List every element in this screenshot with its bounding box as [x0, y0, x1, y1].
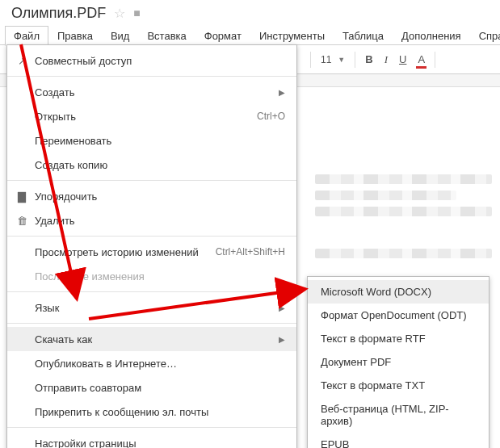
file-dropdown: ↗ Совместный доступ Создать▶ ОткрытьCtrl… — [6, 44, 297, 448]
menu-delete[interactable]: 🗑 Удалить — [7, 208, 296, 232]
italic-button[interactable]: I — [380, 50, 393, 69]
menu-language[interactable]: Язык▶ — [7, 295, 296, 320]
menu-table[interactable]: Таблица — [334, 26, 393, 46]
submenu-epub[interactable]: EPUB — [308, 433, 489, 448]
document-title[interactable]: Олимпия.PDF — [11, 5, 106, 22]
menu-tools[interactable]: Инструменты — [250, 26, 334, 46]
folder-icon: ▇ — [15, 191, 28, 203]
submenu-odt[interactable]: Формат OpenDocument (ODT) — [308, 304, 489, 327]
menu-download-as[interactable]: Скачать как▶ — [7, 327, 296, 351]
submenu-rtf[interactable]: Текст в формате RTF — [308, 327, 489, 350]
menu-email-attachment[interactable]: Прикрепить к сообщению эл. почты — [7, 400, 296, 424]
star-icon[interactable]: ☆ — [114, 6, 125, 21]
menu-publish[interactable]: Опубликовать в Интернете… — [7, 351, 296, 375]
menu-revision-history[interactable]: Просмотреть историю измененийCtrl+Alt+Sh… — [7, 240, 296, 264]
menu-format[interactable]: Формат — [195, 26, 250, 46]
menu-edit[interactable]: Правка — [48, 26, 102, 46]
menubar: Файл Правка Вид Вставка Формат Инструмен… — [0, 23, 500, 45]
menu-insert[interactable]: Вставка — [138, 26, 195, 46]
menu-file[interactable]: Файл — [5, 26, 48, 46]
submenu-txt[interactable]: Текст в формате TXT — [308, 374, 489, 397]
bold-button[interactable]: B — [360, 50, 377, 69]
menu-help[interactable]: Справка — [470, 26, 500, 46]
menu-open[interactable]: ОткрытьCtrl+O — [7, 104, 296, 128]
chevron-right-icon: ▶ — [279, 88, 285, 97]
trash-icon: 🗑 — [15, 215, 28, 227]
menu-make-copy[interactable]: Создать копию — [7, 153, 296, 177]
underline-button[interactable]: U — [394, 50, 411, 69]
submenu-docx[interactable]: Microsoft Word (DOCX) — [308, 280, 489, 304]
menu-recent-changes: Последние изменения — [7, 264, 296, 288]
menu-share[interactable]: ↗ Совместный доступ — [7, 48, 296, 73]
chevron-right-icon: ▶ — [279, 335, 285, 344]
submenu-html[interactable]: Веб-страница (HTML, ZIP-архив) — [308, 397, 489, 433]
menu-email-collaborators[interactable]: Отправить соавторам — [7, 375, 296, 400]
menu-organize[interactable]: ▇ Упорядочить — [7, 184, 296, 208]
menu-page-setup[interactable]: Настройки страницы — [7, 431, 296, 448]
menu-rename[interactable]: Переименовать — [7, 128, 296, 153]
chevron-down-icon: ▼ — [338, 56, 345, 64]
share-icon: ↗ — [15, 55, 28, 67]
download-as-submenu: Microsoft Word (DOCX) Формат OpenDocumen… — [307, 276, 489, 448]
text-color-button[interactable]: A — [413, 50, 430, 69]
menu-view[interactable]: Вид — [102, 26, 139, 46]
font-size-selector[interactable]: 11 ▼ — [316, 51, 350, 69]
folder-icon[interactable]: ■ — [133, 6, 140, 19]
menu-create[interactable]: Создать▶ — [7, 80, 296, 104]
menu-addons[interactable]: Дополнения — [393, 26, 470, 46]
chevron-right-icon: ▶ — [279, 304, 285, 312]
submenu-pdf[interactable]: Документ PDF — [308, 350, 489, 374]
